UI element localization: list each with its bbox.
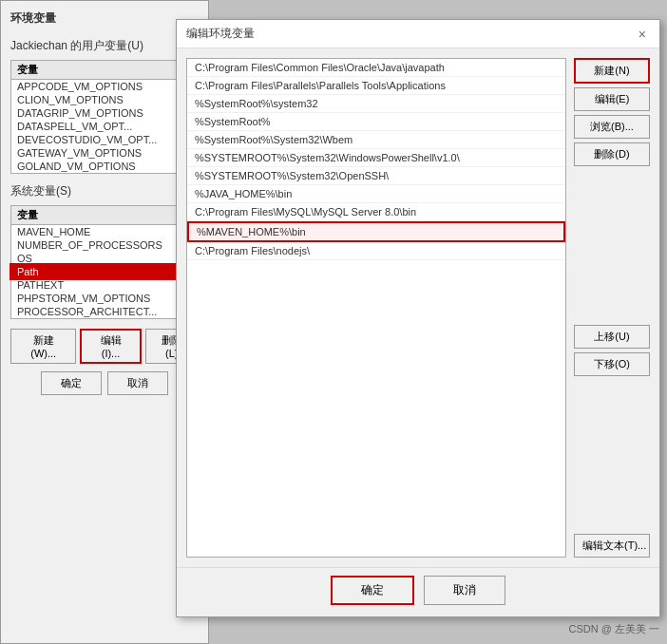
path-item[interactable]: %SYSTEMROOT%\System32\WindowsPowerShell\… (187, 149, 565, 167)
user-var-row[interactable]: DATASPELL_VM_OPT... (11, 120, 198, 133)
sys-vars-col-header: 变量 (11, 206, 198, 225)
dialog-footer: 确定 取消 (177, 567, 659, 613)
close-button[interactable]: × (635, 27, 650, 42)
move-down-button[interactable]: 下移(O) (574, 352, 650, 376)
path-item[interactable]: %SystemRoot% (187, 113, 565, 131)
dialog-ok-button[interactable]: 确定 (331, 576, 414, 605)
path-item[interactable]: C:\Program Files\Common Files\Oracle\Jav… (187, 59, 565, 77)
dialog-titlebar: 编辑环境变量 × (177, 20, 659, 48)
sys-vars-table: 变量 MAVEN_HOME NUMBER_OF_PROCESSORS OS Pa… (10, 205, 199, 319)
user-var-row[interactable]: DEVECOSTUDIO_VM_OPT... (11, 133, 198, 146)
edit-path-button[interactable]: 编辑(E) (574, 87, 650, 111)
dialog-cancel-button[interactable]: 取消 (424, 576, 505, 605)
user-var-row[interactable]: GOLAND_VM_OPTIONS (11, 160, 198, 173)
sys-var-row[interactable]: PHPSTORM_VM_OPTIONS (11, 292, 198, 305)
edit-env-var-dialog: 编辑环境变量 × C:\Program Files\Common Files\O… (176, 19, 660, 617)
spacer (574, 170, 650, 321)
edit-sys-var-button[interactable]: 编辑(I)... (80, 329, 141, 364)
move-up-button[interactable]: 上移(U) (574, 325, 650, 349)
delete-path-button[interactable]: 删除(D) (574, 142, 650, 166)
sys-var-row-path[interactable]: Path (11, 265, 198, 278)
spacer2 (574, 380, 650, 531)
side-buttons-panel: 新建(N) 编辑(E) 浏览(B)... 删除(D) 上移(U) 下移(O) 编… (574, 58, 650, 558)
sys-var-row[interactable]: NUMBER_OF_PROCESSORS (11, 238, 198, 252)
env-ok-button[interactable]: 确定 (41, 371, 102, 395)
path-item[interactable]: %SystemRoot%\system32 (187, 95, 565, 113)
path-list: C:\Program Files\Common Files\Oracle\Jav… (186, 58, 566, 558)
user-var-row[interactable]: APPCODE_VM_OPTIONS (11, 80, 198, 93)
path-item[interactable]: C:\Program Files\nodejs\ (187, 242, 565, 260)
path-item[interactable]: C:\Program Files\MySQL\MySQL Server 8.0\… (187, 203, 565, 221)
dialog-title: 编辑环境变量 (186, 26, 255, 42)
new-sys-var-button[interactable]: 新建(W)... (10, 329, 76, 364)
sys-var-row[interactable]: OS (11, 252, 198, 265)
bottom-buttons-bar: 新建(W)... 编辑(I)... 删除(L) (10, 329, 199, 364)
user-vars-table: 变量 APPCODE_VM_OPTIONS CLION_VM_OPTIONS D… (10, 60, 199, 174)
user-var-row[interactable]: CLION_VM_OPTIONS (11, 93, 198, 106)
edit-text-button[interactable]: 编辑文本(T)... (574, 534, 650, 558)
path-item-maven[interactable]: %MAVEN_HOME%\bin (187, 221, 565, 242)
user-var-row[interactable]: GATEWAY_VM_OPTIONS (11, 146, 198, 160)
env-cancel-button[interactable]: 取消 (107, 371, 168, 395)
sys-var-row[interactable]: MAVEN_HOME (11, 225, 198, 238)
dialog-body: C:\Program Files\Common Files\Oracle\Jav… (177, 48, 659, 567)
path-item[interactable]: C:\Program Files\Parallels\Parallels Too… (187, 77, 565, 95)
path-item[interactable]: %JAVA_HOME%\bin (187, 185, 565, 203)
user-vars-col-header: 变量 (11, 61, 198, 80)
sys-var-row[interactable]: PROCESSOR_ARCHITECT... (11, 305, 198, 318)
watermark: CSDN @ 左美美 一 (568, 622, 659, 636)
sys-vars-label: 系统变量(S) (10, 183, 199, 199)
path-item[interactable]: %SystemRoot%\System32\Wbem (187, 131, 565, 149)
sys-var-row[interactable]: PATHEXT (11, 278, 198, 292)
user-var-row[interactable]: DATAGRIP_VM_OPTIONS (11, 106, 198, 120)
path-item[interactable]: %SYSTEMROOT%\System32\OpenSSH\ (187, 167, 565, 185)
browse-path-button[interactable]: 浏览(B)... (574, 115, 650, 139)
final-buttons-bar: 确定 取消 (10, 371, 199, 395)
new-path-button[interactable]: 新建(N) (574, 58, 650, 84)
bg-window-title: 环境变量 (10, 10, 199, 27)
user-vars-label: Jackiechan 的用户变量(U) (10, 38, 199, 54)
